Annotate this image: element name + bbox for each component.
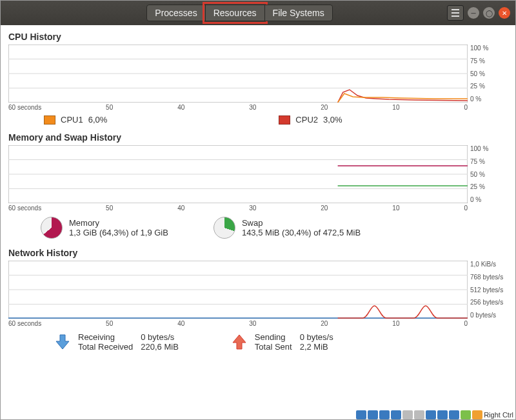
xtick: 30 [249, 320, 256, 327]
sending-legend-item[interactable]: Sending 0 bytes/s Total Sent 2,2 MiB [230, 332, 333, 352]
total-sent-label: Total Sent [255, 342, 292, 352]
sending-value: 0 bytes/s [300, 332, 333, 342]
xtick: 10 [392, 205, 399, 212]
cpu-yaxis: 100 % 75 % 50 % 25 % 0 % [468, 45, 508, 103]
cpu2-label: CPU2 [295, 115, 318, 125]
memory-legend-item[interactable]: Memory 1,3 GiB (64,3%) of 1,9 GiB [41, 217, 168, 239]
total-sent-value: 2,2 MiB [300, 342, 333, 352]
swap-label: Swap [242, 218, 361, 228]
cpu-chart [8, 45, 468, 103]
xtick: 20 [321, 320, 328, 327]
network-chart [8, 261, 468, 319]
statusbar-icon[interactable] [437, 410, 448, 419]
memory-history-title: Memory and Swap History [8, 132, 508, 143]
tab-resources[interactable]: Resources [205, 5, 265, 21]
ytick: 25 % [470, 83, 508, 90]
statusbar-icon[interactable] [402, 410, 413, 419]
tab-processes[interactable]: Processes [146, 5, 205, 21]
ytick: 0 bytes/s [470, 312, 508, 319]
ytick: 256 bytes/s [470, 299, 508, 306]
tab-filesystems[interactable]: File Systems [264, 5, 333, 21]
xtick: 60 seconds [8, 104, 41, 111]
xtick: 0 [464, 104, 468, 111]
xtick: 60 seconds [8, 205, 41, 212]
statusbar-icon[interactable] [472, 410, 482, 419]
sending-label: Sending [255, 332, 292, 342]
statusbar-icon[interactable] [391, 410, 401, 419]
receiving-label: Receiving [78, 332, 133, 342]
statusbar-icon[interactable] [356, 410, 366, 419]
xtick: 10 [392, 104, 399, 111]
swap-value: 143,5 MiB (30,4%) of 472,5 MiB [242, 228, 361, 237]
statusbar-icon[interactable] [379, 410, 390, 419]
vm-statusbar: Right Ctrl [356, 410, 513, 419]
content-area: CPU History 100 % 75 % 50 % 25 % 0 % 60 … [1, 25, 515, 358]
memory-xaxis: 60 seconds 50 40 30 20 10 0 [8, 205, 508, 212]
xtick: 20 [321, 104, 328, 111]
titlebar: Processes Resources File Systems ─ ◯ ✕ [1, 1, 515, 25]
cpu1-label: CPU1 [61, 115, 83, 125]
swap-legend-item[interactable]: Swap 143,5 MiB (30,4%) of 472,5 MiB [213, 217, 361, 239]
download-arrow-icon [54, 333, 72, 351]
statusbar-icon[interactable] [426, 410, 436, 419]
tab-group: Processes Resources File Systems [146, 5, 332, 21]
statusbar-icon[interactable] [368, 410, 378, 419]
host-key-label: Right Ctrl [484, 411, 513, 419]
ytick: 25 % [470, 183, 508, 190]
xtick: 50 [106, 104, 113, 111]
memory-yaxis: 100 % 75 % 50 % 25 % 0 % [468, 145, 508, 203]
xtick: 60 seconds [8, 320, 41, 327]
xtick: 30 [249, 205, 256, 212]
receiving-value: 0 bytes/s [141, 332, 179, 342]
xtick: 50 [106, 320, 113, 327]
maximize-button[interactable]: ◯ [483, 7, 495, 19]
upload-arrow-icon [230, 333, 248, 351]
memory-chart [8, 145, 468, 203]
xtick: 20 [321, 205, 328, 212]
xtick: 0 [464, 320, 468, 327]
network-yaxis: 1,0 KiB/s 768 bytes/s 512 bytes/s 256 by… [468, 261, 508, 319]
xtick: 50 [106, 205, 113, 212]
statusbar-icon[interactable] [414, 410, 424, 419]
cpu1-swatch[interactable] [44, 115, 55, 125]
cpu2-value: 3,0% [323, 115, 342, 125]
ytick: 1,0 KiB/s [470, 261, 508, 268]
cpu2-swatch[interactable] [279, 115, 290, 125]
memory-value: 1,3 GiB (64,3%) of 1,9 GiB [69, 228, 168, 237]
menu-button[interactable] [447, 5, 464, 21]
ytick: 75 % [470, 57, 508, 65]
xtick: 10 [392, 320, 399, 327]
receiving-legend-item[interactable]: Receiving 0 bytes/s Total Received 220,6… [54, 332, 179, 352]
cpu1-value: 6,0% [88, 115, 108, 125]
ytick: 0 % [470, 196, 508, 203]
ytick: 100 % [470, 45, 508, 52]
ytick: 100 % [470, 145, 508, 152]
memory-label: Memory [69, 218, 168, 228]
minimize-button[interactable]: ─ [468, 7, 479, 19]
ytick: 75 % [470, 158, 508, 165]
statusbar-icon[interactable] [461, 410, 471, 419]
xtick: 30 [249, 104, 256, 111]
ytick: 768 bytes/s [470, 274, 508, 281]
cpu-history-title: CPU History [8, 32, 508, 42]
network-xaxis: 60 seconds 50 40 30 20 10 0 [8, 320, 508, 327]
cpu-xaxis: 60 seconds 50 40 30 20 10 0 [8, 104, 508, 111]
xtick: 40 [177, 320, 184, 327]
network-history-title: Network History [8, 248, 508, 258]
cpu-legend: CPU1 6,0% CPU2 3,0% [44, 115, 508, 125]
ytick: 50 % [470, 70, 508, 77]
total-received-label: Total Received [78, 342, 133, 352]
memory-pie-icon [41, 217, 63, 239]
ytick: 512 bytes/s [470, 286, 508, 294]
xtick: 40 [177, 104, 184, 111]
swap-pie-icon [213, 217, 235, 239]
statusbar-icon[interactable] [449, 410, 459, 419]
close-button[interactable]: ✕ [499, 7, 510, 19]
xtick: 40 [177, 205, 184, 212]
total-received-value: 220,6 MiB [141, 342, 179, 352]
ytick: 0 % [470, 95, 508, 103]
xtick: 0 [464, 205, 468, 212]
ytick: 50 % [470, 171, 508, 178]
